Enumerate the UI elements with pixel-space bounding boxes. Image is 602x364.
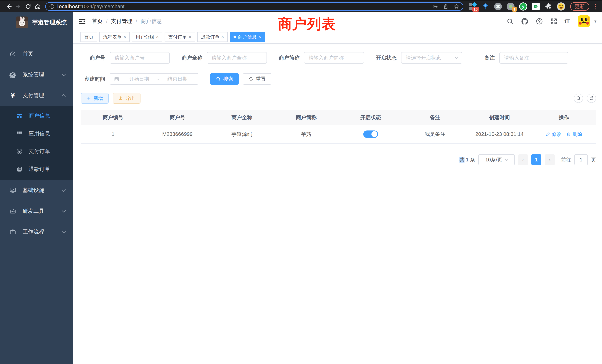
tab-home[interactable]: 首页	[80, 32, 97, 42]
pagination-total: 共 1 条	[460, 156, 475, 163]
sidebar-item-pay-order[interactable]: 支付订单	[0, 142, 73, 160]
breadcrumb-separator: /	[136, 18, 137, 24]
extension-emoji-icon[interactable]	[557, 2, 565, 11]
browser-forward-icon[interactable]	[14, 2, 23, 11]
chevron-up-icon	[62, 94, 66, 98]
chevron-down-icon	[62, 208, 66, 213]
status-toggle[interactable]	[363, 130, 378, 138]
help-question-icon[interactable]	[536, 18, 543, 25]
edit-link[interactable]: 修改	[546, 131, 561, 138]
prev-page-button[interactable]: ‹	[518, 154, 528, 165]
date-range-separator: -	[158, 76, 159, 82]
add-button[interactable]: 新增	[81, 93, 109, 104]
tab-pay-order[interactable]: 支付订单×	[165, 32, 195, 42]
merchant-table: 商户编号 商户号 商户全称 商户简称 开启状态 备注 创建时间 操作 1 M23…	[81, 110, 596, 144]
active-dot	[234, 36, 236, 38]
sidebar-item-infrastructure[interactable]: 基础设施	[0, 180, 73, 201]
bookmark-star-icon[interactable]	[453, 3, 460, 10]
status-select-input[interactable]	[401, 52, 462, 64]
search-button[interactable]: 搜索	[210, 73, 239, 85]
remark-input[interactable]	[499, 52, 568, 64]
fullscreen-icon[interactable]	[550, 18, 558, 25]
password-key-icon[interactable]	[432, 3, 438, 10]
reset-button[interactable]: 重置	[243, 73, 271, 85]
extension-badge: 10	[472, 7, 479, 12]
short-name-input[interactable]	[304, 52, 364, 64]
close-icon[interactable]: ×	[189, 34, 191, 40]
chevron-down-icon	[62, 72, 66, 76]
browser-menu-kebab-icon[interactable]: ⋮	[592, 3, 599, 10]
dashboard-gauge-icon	[9, 50, 17, 57]
sidebar-item-dev-tools[interactable]: 研发工具	[0, 201, 73, 222]
browser-back-icon[interactable]	[4, 2, 14, 11]
close-icon[interactable]: ×	[123, 34, 126, 40]
table-row: 1 M233666999 芋道源码 芋艿 我是备注 2021-10-23 08:…	[81, 125, 596, 144]
merchant-no-input[interactable]	[110, 52, 170, 64]
browser-home-icon[interactable]	[33, 2, 43, 11]
start-date-placeholder[interactable]: 开始日期	[122, 76, 156, 82]
tab-merchant-info[interactable]: 商户信息×	[230, 32, 265, 42]
calendar-icon	[114, 76, 119, 82]
create-time-label: 创建时间	[81, 75, 105, 83]
full-name-input[interactable]	[207, 52, 267, 64]
sidebar-logo[interactable]: 芋道管理系统	[0, 12, 73, 33]
tab-refund-order[interactable]: 退款订单×	[197, 32, 228, 42]
page-size-select[interactable]: 10条/页	[478, 154, 515, 165]
url-text: localhost:1024/pay/merchant	[57, 4, 125, 10]
export-button[interactable]: 导出	[113, 93, 140, 104]
sidebar-item-app-info[interactable]: 应用信息	[0, 125, 73, 142]
tags-view-bar: 首页 流程表单× 用户分组× 支付订单× 退款订单× 商户信息×	[73, 31, 602, 43]
goto-page-input[interactable]	[574, 154, 588, 165]
sidebar-item-payment[interactable]: ¥ 支付管理	[0, 85, 73, 106]
extension-cmd-icon[interactable]: ⌘	[494, 2, 502, 11]
extension-y-icon[interactable]: y	[519, 2, 527, 11]
sidebar-fold-icon[interactable]	[79, 18, 86, 25]
close-icon[interactable]: ×	[221, 34, 224, 40]
extension-diamond-icon[interactable]: 10	[469, 2, 477, 11]
browser-toolbar: localhost:1024/pay/merchant 10 ⌘	[0, 0, 602, 12]
end-date-placeholder[interactable]: 结束日期	[161, 76, 194, 82]
close-icon[interactable]: ×	[156, 34, 159, 40]
sidebar-item-system[interactable]: 系统管理	[0, 64, 73, 85]
extensions-puzzle-icon[interactable]	[544, 2, 553, 11]
user-avatar[interactable]	[578, 15, 590, 27]
chevron-down-icon	[505, 158, 508, 161]
share-icon[interactable]	[443, 3, 449, 10]
delete-link[interactable]: 删除	[566, 131, 582, 138]
sidebar-item-home[interactable]: 首页	[0, 43, 73, 64]
tab-user-group[interactable]: 用户分组×	[132, 32, 162, 42]
next-page-button[interactable]: ›	[545, 154, 555, 165]
status-select[interactable]	[401, 52, 462, 64]
payment-submenu: 商户信息 应用信息 支付订单	[0, 106, 73, 180]
extension-recorder-icon[interactable]: 1	[506, 2, 515, 11]
breadcrumb-home[interactable]: 首页	[92, 18, 103, 25]
browser-reload-icon[interactable]	[23, 2, 33, 11]
sidebar-item-refund-order[interactable]: 退款订单	[0, 160, 73, 178]
sidebar-item-workflow[interactable]: 工作流程	[0, 222, 73, 242]
gear-icon	[9, 71, 17, 78]
full-name-label: 商户全称	[178, 54, 202, 61]
sidebar-item-merchant-info[interactable]: 商户信息	[0, 107, 73, 125]
chevron-down-icon	[62, 229, 66, 234]
tab-process-form[interactable]: 流程表单×	[99, 32, 130, 42]
extension-kite-icon[interactable]	[481, 2, 490, 11]
cell-remark: 我是备注	[403, 131, 467, 138]
breadcrumb-payment[interactable]: 支付管理	[111, 18, 132, 25]
browser-update-button[interactable]: 更新	[570, 2, 589, 11]
header-search-icon[interactable]	[506, 18, 514, 25]
font-size-icon[interactable]: tT	[565, 18, 570, 24]
current-page-button[interactable]: 1	[531, 154, 541, 165]
create-time-range-picker[interactable]: 开始日期 - 结束日期	[110, 73, 198, 85]
filter-row-2: 创建时间 开始日期 - 结束日期 搜索 重置	[81, 73, 596, 85]
sidebar: 芋道管理系统 首页 系统管理 ¥ 支付管理	[0, 12, 73, 364]
yen-icon: ¥	[9, 92, 17, 99]
show-search-toggle-button[interactable]	[574, 94, 583, 103]
avatar-caret-icon[interactable]: ▾	[594, 19, 596, 24]
github-icon[interactable]	[521, 17, 529, 25]
close-icon[interactable]: ×	[258, 34, 261, 40]
refresh-table-button[interactable]	[587, 94, 596, 103]
site-info-icon[interactable]	[49, 4, 55, 9]
extension-chat-icon[interactable]	[532, 2, 540, 11]
url-bar[interactable]: localhost:1024/pay/merchant	[45, 2, 463, 11]
cell-create-time: 2021-10-23 08:31:14	[467, 131, 532, 137]
